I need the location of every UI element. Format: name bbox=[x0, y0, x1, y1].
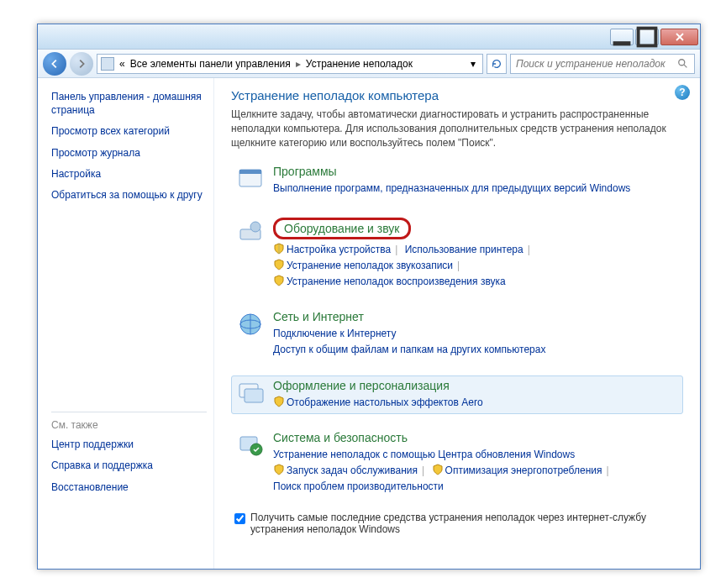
programs-icon bbox=[236, 165, 265, 193]
main-content: ? Устранение неполадок компьютера Щелкни… bbox=[214, 78, 700, 569]
link-power[interactable]: Оптимизация энергопотребления bbox=[445, 465, 602, 476]
sidebar-see-also-header: См. также bbox=[51, 419, 207, 431]
control-panel-window: « Все элементы панели управления ▸ Устра… bbox=[37, 24, 701, 570]
link-audio-recording[interactable]: Устранение неполадок звукозаписи bbox=[287, 260, 453, 271]
titlebar bbox=[38, 24, 700, 50]
category-title-appearance[interactable]: Оформление и персонализация bbox=[273, 379, 678, 392]
breadcrumb-separator-icon: ▸ bbox=[296, 58, 301, 70]
sidebar-see-also-action-center[interactable]: Центр поддержки bbox=[51, 438, 207, 451]
sidebar: Панель управления - домашняя страница Пр… bbox=[38, 78, 214, 569]
body-area: Панель управления - домашняя страница Пр… bbox=[38, 78, 700, 569]
link-use-printer[interactable]: Использование принтера bbox=[405, 244, 523, 255]
category-title-system[interactable]: Система и безопасность bbox=[273, 431, 678, 444]
search-box[interactable] bbox=[510, 54, 695, 74]
link-aero-effects[interactable]: Отображение настольных эффектов Aero bbox=[287, 396, 483, 408]
sidebar-link-settings[interactable]: Настройка bbox=[51, 167, 207, 181]
link-shared-files[interactable]: Доступ к общим файлам и папкам на других… bbox=[273, 344, 545, 355]
category-title-network[interactable]: Сеть и Интернет bbox=[273, 310, 678, 323]
link-internet-connection[interactable]: Подключение к Интернету bbox=[273, 328, 397, 339]
online-troubleshooters-checkbox[interactable] bbox=[234, 513, 245, 524]
category-system: Система и безопасность Устранение непола… bbox=[231, 428, 683, 499]
breadcrumb-current[interactable]: Устранение неполадок bbox=[306, 58, 413, 70]
link-audio-playback[interactable]: Устранение неполадок воспроизведения зву… bbox=[287, 276, 506, 287]
category-appearance: Оформление и персонализация Отображение … bbox=[231, 375, 683, 414]
network-icon bbox=[236, 310, 265, 339]
svg-point-6 bbox=[250, 222, 260, 232]
category-hardware-sound: Оборудование и звук Настройка устройства… bbox=[231, 214, 683, 294]
sidebar-separator bbox=[51, 412, 207, 412]
shield-icon bbox=[273, 275, 285, 286]
page-intro: Щелкните задачу, чтобы автоматически диа… bbox=[231, 108, 683, 150]
sidebar-see-also-help[interactable]: Справка и поддержка bbox=[51, 459, 207, 472]
forward-button[interactable] bbox=[70, 52, 93, 76]
window-controls bbox=[610, 29, 698, 45]
category-title-wrapper: Оборудование и звук bbox=[273, 218, 678, 242]
link-windows-update[interactable]: Устранение неполадок с помощью Центра об… bbox=[273, 449, 575, 460]
appearance-icon bbox=[236, 379, 265, 407]
sidebar-link-history[interactable]: Просмотр журнала bbox=[51, 146, 207, 160]
link-run-legacy-programs[interactable]: Выполнение программ, предназначенных для… bbox=[273, 182, 630, 194]
footer-checkbox-label: Получить самые последние средства устран… bbox=[250, 512, 683, 535]
svg-rect-1 bbox=[639, 28, 656, 45]
search-input[interactable] bbox=[516, 58, 674, 70]
address-dropdown-icon[interactable]: ▾ bbox=[467, 58, 479, 70]
sidebar-link-ask-friend[interactable]: Обратиться за помощью к другу bbox=[51, 188, 207, 202]
svg-rect-10 bbox=[245, 389, 263, 402]
close-button[interactable] bbox=[660, 29, 698, 45]
shield-icon bbox=[273, 243, 285, 255]
category-title-programs[interactable]: Программы bbox=[273, 165, 678, 178]
svg-rect-0 bbox=[613, 41, 631, 45]
shield-icon bbox=[273, 464, 285, 475]
shield-icon bbox=[273, 396, 285, 407]
footer-checkbox-row: Получить самые последние средства устран… bbox=[231, 512, 683, 535]
svg-point-2 bbox=[679, 59, 685, 65]
breadcrumb-prefix: « bbox=[119, 58, 125, 70]
hardware-icon bbox=[236, 218, 265, 246]
category-programs: Программы Выполнение программ, предназна… bbox=[231, 161, 683, 200]
minimize-button[interactable] bbox=[610, 29, 634, 45]
back-button[interactable] bbox=[43, 52, 66, 76]
shield-icon bbox=[273, 259, 285, 270]
maximize-button[interactable] bbox=[635, 29, 659, 45]
page-title: Устранение неполадок компьютера bbox=[231, 88, 683, 102]
search-icon bbox=[677, 58, 689, 70]
system-icon bbox=[236, 431, 265, 459]
sidebar-link-all-categories[interactable]: Просмотр всех категорий bbox=[51, 124, 207, 138]
navigation-bar: « Все элементы панели управления ▸ Устра… bbox=[38, 50, 700, 78]
category-network: Сеть и Интернет Подключение к Интернету … bbox=[231, 307, 683, 361]
refresh-button[interactable] bbox=[487, 54, 507, 74]
address-bar[interactable]: « Все элементы панели управления ▸ Устра… bbox=[97, 54, 483, 74]
sidebar-see-also-recovery[interactable]: Восстановление bbox=[51, 480, 207, 494]
sidebar-home-link[interactable]: Панель управления - домашняя страница bbox=[51, 90, 207, 117]
help-icon[interactable]: ? bbox=[675, 85, 690, 100]
shield-icon bbox=[432, 464, 444, 475]
svg-rect-4 bbox=[239, 170, 261, 174]
location-icon bbox=[101, 57, 114, 71]
link-configure-device[interactable]: Настройка устройства bbox=[287, 244, 391, 255]
link-maintenance[interactable]: Запуск задач обслуживания bbox=[287, 465, 418, 476]
category-title-hardware-sound[interactable]: Оборудование и звук bbox=[273, 218, 411, 239]
link-performance[interactable]: Поиск проблем производительности bbox=[273, 480, 444, 492]
breadcrumb-parent[interactable]: Все элементы панели управления bbox=[130, 58, 291, 70]
